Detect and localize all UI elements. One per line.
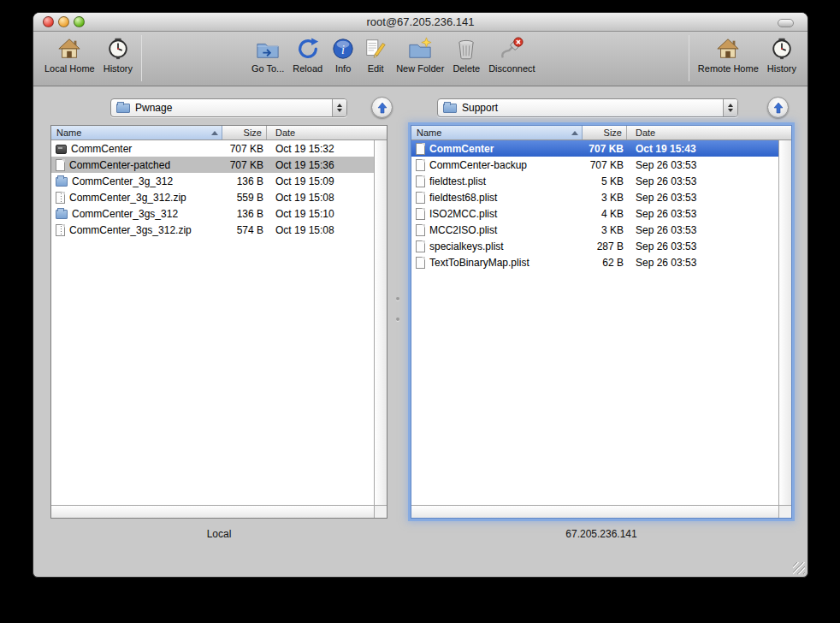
file-row[interactable]: specialkeys.plist 287 B Sep 26 03:53	[411, 238, 778, 254]
remote-file-pane: Name Size Date CommCenter 707 KB Oct 19 …	[411, 125, 792, 519]
remote-home-button[interactable]: Remote Home	[694, 34, 763, 74]
edit-button[interactable]: Edit	[359, 34, 392, 74]
vertical-scrollbar[interactable]	[778, 140, 791, 505]
local-history-button[interactable]: History	[99, 34, 137, 74]
home-icon	[57, 34, 81, 62]
local-pane-label: Local	[50, 528, 387, 540]
disconnect-icon	[500, 34, 524, 62]
horizontal-scrollbar[interactable]	[411, 506, 778, 518]
remote-path-dropdown[interactable]: Support	[437, 98, 738, 117]
file-row[interactable]: CommCenter_3gs_312 136 B Oct 19 15:10	[51, 205, 374, 222]
remote-history-button[interactable]: History	[763, 34, 801, 74]
file-row[interactable]: CommCenter-patched 707 KB Oct 19 15:36	[51, 157, 374, 173]
local-home-label: Local Home	[44, 63, 95, 74]
file-size-cell: 559 B	[222, 192, 267, 204]
remote-history-label: History	[767, 63, 796, 74]
file-row[interactable]: MCC2ISO.plist 3 KB Sep 26 03:53	[411, 222, 778, 238]
file-type-icon	[416, 257, 425, 269]
column-headers: Name Size Date	[51, 126, 387, 140]
file-date-cell: Sep 26 03:53	[627, 208, 778, 220]
date-column-header[interactable]: Date	[267, 126, 387, 139]
popup-arrows-icon	[332, 99, 346, 116]
file-row[interactable]: CommCenter-backup 707 KB Sep 26 03:53	[411, 157, 778, 173]
scrollbar-corner	[374, 506, 387, 518]
local-history-label: History	[104, 63, 133, 74]
scrollbar-corner	[778, 506, 791, 518]
title-bar[interactable]: root@67.205.236.141	[33, 13, 807, 32]
file-name-cell: MCC2ISO.plist	[411, 224, 583, 236]
remote-pane-label: 67.205.236.141	[411, 528, 792, 540]
vertical-scrollbar[interactable]	[374, 140, 387, 505]
file-size-cell: 136 B	[222, 175, 267, 187]
info-button[interactable]: i Info	[327, 34, 359, 74]
file-row[interactable]: fieldtest.plist 5 KB Sep 26 03:53	[411, 173, 778, 189]
new-folder-label: New Folder	[396, 63, 444, 74]
reload-icon	[296, 34, 320, 62]
file-row[interactable]: CommCenter_3g_312 136 B Oct 19 15:09	[51, 173, 374, 189]
local-path-dropdown[interactable]: Pwnage	[110, 98, 347, 117]
popup-arrows-icon	[723, 99, 737, 116]
file-name-cell: CommCenter-patched	[51, 159, 222, 171]
delete-button[interactable]: Delete	[448, 34, 484, 74]
file-type-icon	[56, 177, 68, 187]
size-column-header[interactable]: Size	[222, 126, 267, 139]
file-date-cell: Sep 26 03:53	[627, 240, 778, 252]
file-type-icon	[416, 143, 425, 155]
local-file-list[interactable]: CommCenter 707 KB Oct 19 15:32 CommCente…	[51, 140, 374, 505]
info-icon: i	[331, 34, 355, 62]
file-size-cell: 707 KB	[222, 143, 267, 155]
horizontal-scrollbar[interactable]	[51, 506, 374, 518]
remote-file-list[interactable]: CommCenter 707 KB Oct 19 15:43 CommCente…	[411, 140, 778, 505]
file-row[interactable]: CommCenter_3g_312.zip 559 B Oct 19 15:08	[51, 189, 374, 205]
file-date-cell: Oct 19 15:08	[267, 224, 374, 236]
disconnect-button[interactable]: Disconnect	[484, 34, 539, 74]
file-row[interactable]: TextToBinaryMap.plist 62 B Sep 26 03:53	[411, 254, 778, 270]
file-size-cell: 3 KB	[583, 224, 627, 236]
local-file-pane: Name Size Date CommCenter 707 KB Oct 19 …	[50, 125, 387, 519]
window-resize-grip[interactable]	[793, 562, 805, 574]
file-size-cell: 136 B	[222, 208, 267, 220]
file-row[interactable]: ISO2MCC.plist 4 KB Sep 26 03:53	[411, 205, 778, 222]
folder-icon	[443, 104, 457, 113]
new-folder-icon	[408, 34, 432, 62]
date-column-header[interactable]: Date	[627, 126, 791, 139]
local-up-directory-button[interactable]	[371, 97, 393, 118]
up-arrow-icon	[773, 102, 784, 114]
collapse-button[interactable]	[778, 19, 794, 27]
local-home-button[interactable]: Local Home	[40, 34, 99, 74]
file-type-icon	[416, 192, 425, 204]
file-row[interactable]: fieldtest68.plist 3 KB Sep 26 03:53	[411, 189, 778, 205]
minimize-button[interactable]	[58, 16, 69, 27]
go-to-label: Go To...	[251, 63, 284, 74]
remote-path-label: Support	[462, 102, 723, 114]
ftp-client-window: root@67.205.236.141 Local Home History G…	[33, 12, 808, 578]
file-row[interactable]: CommCenter_3gs_312.zip 574 B Oct 19 15:0…	[51, 222, 374, 238]
file-date-cell: Sep 26 03:53	[627, 224, 778, 236]
file-row[interactable]: CommCenter 707 KB Oct 19 15:43	[411, 140, 778, 157]
file-size-cell: 62 B	[583, 257, 627, 269]
local-path-label: Pwnage	[135, 102, 332, 114]
reload-button[interactable]: Reload	[288, 34, 327, 74]
file-size-cell: 707 KB	[583, 143, 627, 155]
file-type-icon	[56, 210, 68, 219]
zoom-button[interactable]	[74, 16, 85, 27]
name-column-header[interactable]: Name	[51, 126, 222, 139]
file-date-cell: Oct 19 15:36	[267, 159, 374, 171]
remote-home-label: Remote Home	[698, 63, 759, 74]
toolbar-separator	[141, 35, 142, 81]
svg-text:i: i	[341, 43, 345, 56]
file-size-cell: 707 KB	[222, 159, 267, 171]
file-row[interactable]: CommCenter 707 KB Oct 19 15:32	[51, 140, 374, 157]
window-title: root@67.205.236.141	[367, 15, 475, 28]
new-folder-button[interactable]: New Folder	[392, 34, 448, 74]
file-date-cell: Sep 26 03:53	[627, 159, 778, 171]
name-column-header[interactable]: Name	[411, 126, 583, 139]
go-to-button[interactable]: Go To...	[247, 34, 288, 74]
pane-splitter-handle[interactable]	[396, 297, 400, 326]
size-column-header[interactable]: Size	[583, 126, 627, 139]
history-icon	[106, 34, 130, 62]
file-name-cell: specialkeys.plist	[411, 240, 583, 252]
close-button[interactable]	[43, 16, 54, 27]
file-date-cell: Oct 19 15:08	[267, 192, 374, 204]
remote-up-directory-button[interactable]	[767, 97, 789, 118]
